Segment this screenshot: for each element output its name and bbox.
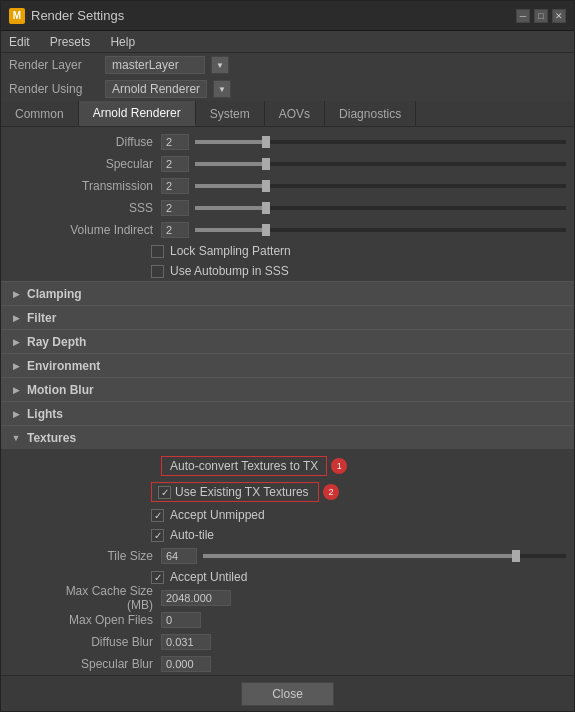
volume-indirect-fill [195, 228, 262, 232]
specular-track[interactable] [195, 162, 566, 166]
diffuse-track[interactable] [195, 140, 566, 144]
lights-arrow: ▶ [9, 407, 23, 421]
transmission-track[interactable] [195, 184, 566, 188]
menu-edit[interactable]: Edit [5, 33, 34, 51]
lock-sampling-row: Lock Sampling Pattern [1, 241, 574, 261]
section-ray-depth[interactable]: ▶ Ray Depth [1, 329, 574, 353]
volume-indirect-label: Volume Indirect [61, 223, 161, 237]
diffuse-blur-label: Diffuse Blur [61, 635, 161, 649]
use-autobump-checkbox[interactable] [151, 265, 164, 278]
max-open-value[interactable]: 0 [161, 612, 201, 628]
diffuse-blur-value[interactable]: 0.031 [161, 634, 211, 650]
sampling-sliders: Diffuse 2 Specular 2 Transmission 2 [1, 127, 574, 241]
accept-untiled-label: Accept Untiled [170, 570, 247, 584]
render-settings-window: M Render Settings ─ □ ✕ Edit Presets Hel… [0, 0, 575, 712]
render-using-dropdown[interactable]: ▼ [213, 80, 231, 98]
render-using-value[interactable]: Arnold Renderer [105, 80, 207, 98]
section-textures[interactable]: ▼ Textures [1, 425, 574, 449]
volume-indirect-track[interactable] [195, 228, 566, 232]
window-controls: ─ □ ✕ [516, 9, 566, 23]
diffuse-blur-row: Diffuse Blur 0.031 [1, 631, 574, 653]
section-environment[interactable]: ▶ Environment [1, 353, 574, 377]
slider-row-volume-indirect: Volume Indirect 2 [1, 219, 574, 241]
lights-title: Lights [27, 407, 63, 421]
close-button[interactable]: Close [241, 682, 334, 706]
section-filter[interactable]: ▶ Filter [1, 305, 574, 329]
tile-size-row: Tile Size 64 [1, 545, 574, 567]
specular-blur-row: Specular Blur 0.000 [1, 653, 574, 675]
use-existing-outlined: Use Existing TX Textures [151, 482, 319, 502]
tab-common[interactable]: Common [1, 101, 79, 126]
clamping-title: Clamping [27, 287, 82, 301]
use-autobump-row: Use Autobump in SSS [1, 261, 574, 281]
use-existing-checkbox[interactable] [158, 486, 171, 499]
bottom-bar: Close [1, 675, 574, 711]
auto-convert-label: Auto-convert Textures to TX [170, 459, 318, 473]
tile-size-value[interactable]: 64 [161, 548, 197, 564]
sss-thumb[interactable] [262, 202, 270, 214]
motion-blur-arrow: ▶ [9, 383, 23, 397]
accept-unmipped-row: Accept Unmipped [1, 505, 574, 525]
title-bar: M Render Settings ─ □ ✕ [1, 1, 574, 31]
menu-presets[interactable]: Presets [46, 33, 95, 51]
restore-button[interactable]: □ [534, 9, 548, 23]
clamping-arrow: ▶ [9, 287, 23, 301]
accept-unmipped-checkbox[interactable] [151, 509, 164, 522]
render-using-row: Render Using Arnold Renderer ▼ [1, 77, 574, 101]
specular-fill [195, 162, 262, 166]
transmission-fill [195, 184, 262, 188]
accept-untiled-checkbox[interactable] [151, 571, 164, 584]
filter-arrow: ▶ [9, 311, 23, 325]
specular-blur-value[interactable]: 0.000 [161, 656, 211, 672]
lock-sampling-label: Lock Sampling Pattern [170, 244, 291, 258]
menu-bar: Edit Presets Help [1, 31, 574, 53]
render-layer-value[interactable]: masterLayer [105, 56, 205, 74]
menu-help[interactable]: Help [106, 33, 139, 51]
content-area[interactable]: Diffuse 2 Specular 2 Transmission 2 [1, 127, 574, 675]
minimize-button[interactable]: ─ [516, 9, 530, 23]
render-layer-dropdown[interactable]: ▼ [211, 56, 229, 74]
diffuse-label: Diffuse [61, 135, 161, 149]
auto-convert-row: Auto-convert Textures to TX 1 [1, 453, 574, 479]
use-autobump-label: Use Autobump in SSS [170, 264, 289, 278]
section-motion-blur[interactable]: ▶ Motion Blur [1, 377, 574, 401]
tab-aovs[interactable]: AOVs [265, 101, 325, 126]
app-icon: M [9, 8, 25, 24]
diffuse-value[interactable]: 2 [161, 134, 189, 150]
tab-arnold-renderer[interactable]: Arnold Renderer [79, 101, 196, 126]
tab-system[interactable]: System [196, 101, 265, 126]
render-layer-row: Render Layer masterLayer ▼ [1, 53, 574, 77]
max-cache-value[interactable]: 2048.000 [161, 590, 231, 606]
section-lights[interactable]: ▶ Lights [1, 401, 574, 425]
sss-label: SSS [61, 201, 161, 215]
window-title: Render Settings [31, 8, 124, 23]
max-cache-label: Max Cache Size (MB) [61, 584, 161, 612]
sss-track[interactable] [195, 206, 566, 210]
slider-row-transmission: Transmission 2 [1, 175, 574, 197]
auto-tile-checkbox[interactable] [151, 529, 164, 542]
tab-diagnostics[interactable]: Diagnostics [325, 101, 416, 126]
tile-size-thumb[interactable] [512, 550, 520, 562]
filter-title: Filter [27, 311, 56, 325]
sss-value[interactable]: 2 [161, 200, 189, 216]
slider-row-diffuse: Diffuse 2 [1, 131, 574, 153]
volume-indirect-thumb[interactable] [262, 224, 270, 236]
specular-blur-label: Specular Blur [61, 657, 161, 671]
auto-convert-badge: 1 [331, 458, 347, 474]
environment-arrow: ▶ [9, 359, 23, 373]
render-layer-label: Render Layer [9, 58, 99, 72]
tile-size-track[interactable] [203, 554, 566, 558]
volume-indirect-value[interactable]: 2 [161, 222, 189, 238]
specular-thumb[interactable] [262, 158, 270, 170]
title-bar-left: M Render Settings [9, 8, 124, 24]
use-existing-badge: 2 [323, 484, 339, 500]
specular-value[interactable]: 2 [161, 156, 189, 172]
lock-sampling-checkbox[interactable] [151, 245, 164, 258]
diffuse-thumb[interactable] [262, 136, 270, 148]
close-window-button[interactable]: ✕ [552, 9, 566, 23]
transmission-value[interactable]: 2 [161, 178, 189, 194]
tile-size-fill [203, 554, 512, 558]
transmission-thumb[interactable] [262, 180, 270, 192]
section-clamping[interactable]: ▶ Clamping [1, 281, 574, 305]
use-existing-row: Use Existing TX Textures 2 [1, 479, 574, 505]
